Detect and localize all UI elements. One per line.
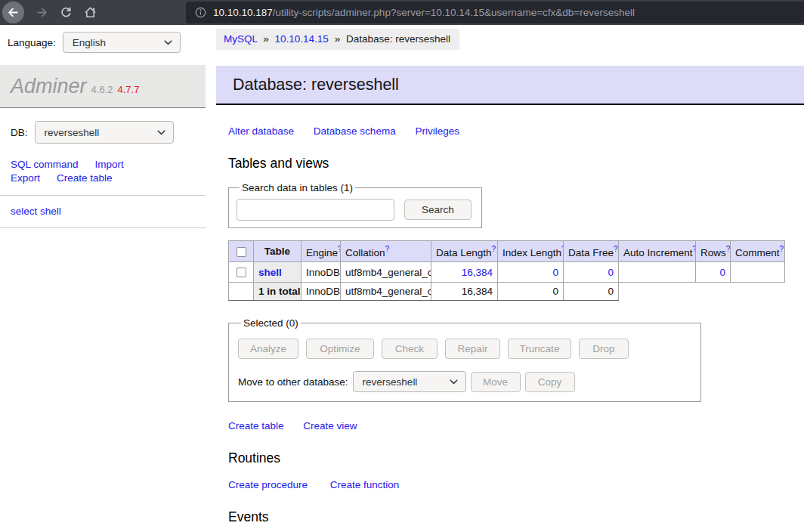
totals-row: 1 in total InnoDB utf8mb4_general_ci 16,… bbox=[229, 283, 785, 301]
selected-legend: Selected (0) bbox=[241, 317, 301, 329]
repair-button[interactable]: Repair bbox=[445, 339, 500, 359]
help-link[interactable]: ? bbox=[492, 245, 496, 253]
privileges-link[interactable]: Privileges bbox=[415, 125, 459, 137]
totals-label: 1 in total bbox=[254, 283, 302, 301]
app-name: Adminer bbox=[11, 75, 87, 97]
create-procedure-link[interactable]: Create procedure bbox=[228, 479, 308, 490]
help-link[interactable]: ? bbox=[614, 245, 618, 253]
move-db-select-value: reverseshell bbox=[363, 376, 418, 388]
reload-icon bbox=[60, 6, 73, 19]
move-button[interactable]: Move bbox=[471, 372, 521, 392]
optimize-button[interactable]: Optimize bbox=[306, 339, 374, 359]
search-fieldset: Search data in tables (1) Search bbox=[228, 182, 482, 228]
search-button[interactable]: Search bbox=[404, 200, 472, 220]
cell-auto-increment bbox=[619, 262, 696, 283]
back-button[interactable] bbox=[2, 2, 24, 23]
app-version: 4.6.2 bbox=[91, 84, 113, 95]
new-version-link[interactable]: 4.7.7 bbox=[117, 84, 139, 95]
breadcrumb: MySQL » 10.10.14.15 » Database: reverses… bbox=[216, 29, 459, 50]
events-heading: Events bbox=[228, 509, 804, 525]
tables-table: Table Engine? Collation? Data Length? In… bbox=[228, 240, 785, 301]
chevron-down-icon bbox=[450, 379, 458, 385]
forward-button[interactable] bbox=[36, 6, 48, 19]
url-text: 10.10.10.187/utility-scripts/adminer.php… bbox=[213, 7, 635, 18]
totals-engine: InnoDB bbox=[302, 283, 341, 301]
language-label: Language: bbox=[8, 37, 56, 48]
tables-heading: Tables and views bbox=[228, 156, 804, 172]
sidebar-item-sql-command[interactable]: SQL command bbox=[11, 159, 79, 170]
search-legend: Search data in tables (1) bbox=[240, 182, 355, 193]
database-actions: Alter database Database schema Privilege… bbox=[228, 125, 804, 137]
cell-comment bbox=[731, 262, 785, 283]
drop-button[interactable]: Drop bbox=[579, 339, 629, 359]
browser-toolbar: 10.10.10.187/utility-scripts/adminer.php… bbox=[0, 0, 804, 25]
help-link[interactable]: ? bbox=[338, 245, 340, 253]
analyze-button[interactable]: Analyze bbox=[238, 339, 298, 359]
column-header-data-length: Data Length? bbox=[431, 241, 498, 262]
help-link[interactable]: ? bbox=[693, 245, 696, 253]
alter-database-link[interactable]: Alter database bbox=[228, 125, 294, 137]
column-header-engine: Engine? bbox=[302, 241, 341, 262]
move-db-select[interactable]: reverseshell bbox=[353, 371, 466, 392]
cell-engine: InnoDB bbox=[302, 262, 341, 283]
sidebar-item-import[interactable]: Import bbox=[95, 159, 124, 170]
breadcrumb-mysql-link[interactable]: MySQL bbox=[224, 33, 258, 45]
table-header-row: Table Engine? Collation? Data Length? In… bbox=[229, 241, 785, 262]
routines-links: Create procedure Create function bbox=[228, 479, 804, 490]
db-label: DB: bbox=[11, 127, 28, 138]
select-all-checkbox[interactable] bbox=[237, 247, 246, 257]
chevron-down-icon bbox=[157, 130, 165, 135]
selected-fieldset: Selected (0) Analyze Optimize Check Repa… bbox=[228, 317, 701, 402]
table-name-link[interactable]: shell bbox=[258, 267, 282, 278]
check-button[interactable]: Check bbox=[382, 339, 438, 359]
totals-collation: utf8mb4_general_ci bbox=[341, 283, 431, 301]
sidebar-divider bbox=[0, 227, 206, 228]
truncate-button[interactable]: Truncate bbox=[508, 339, 571, 359]
breadcrumb-separator: » bbox=[335, 33, 341, 45]
create-view-link[interactable]: Create view bbox=[303, 420, 357, 431]
page-title: Database: reverseshell bbox=[216, 66, 804, 105]
column-header-data-free: Data Free? bbox=[564, 241, 619, 262]
info-icon[interactable] bbox=[195, 7, 206, 18]
language-select-value: English bbox=[73, 37, 106, 48]
row-checkbox[interactable] bbox=[237, 268, 246, 277]
database-schema-link[interactable]: Database schema bbox=[314, 125, 396, 137]
column-header-table: Table bbox=[254, 241, 302, 262]
reload-button[interactable] bbox=[60, 6, 73, 19]
data-free-link[interactable]: 0 bbox=[608, 267, 614, 278]
sidebar-item-export[interactable]: Export bbox=[11, 172, 40, 184]
url-path: /utility-scripts/adminer.php?server=10.1… bbox=[273, 7, 635, 18]
help-link[interactable]: ? bbox=[385, 245, 390, 253]
index-length-link[interactable]: 0 bbox=[552, 267, 558, 278]
create-function-link[interactable]: Create function bbox=[330, 479, 400, 490]
sidebar-menu: SQL commandImport ExportCreate table bbox=[0, 144, 206, 195]
totals-data-free: 0 bbox=[564, 283, 619, 301]
address-bar[interactable]: 10.10.10.187/utility-scripts/adminer.php… bbox=[186, 2, 804, 23]
main-content: MySQL » 10.10.14.15 » Database: reverses… bbox=[216, 25, 804, 532]
language-select[interactable]: English bbox=[63, 32, 181, 53]
chevron-down-icon bbox=[164, 40, 172, 45]
totals-index-length: 0 bbox=[498, 283, 564, 301]
routines-heading: Routines bbox=[228, 450, 804, 466]
sidebar: Language: English Adminer4.6.24.7.7 DB: … bbox=[0, 25, 206, 228]
column-header-rows: Rows? bbox=[696, 241, 731, 262]
breadcrumb-separator: » bbox=[263, 33, 269, 45]
home-button[interactable] bbox=[84, 6, 97, 19]
help-link[interactable]: ? bbox=[726, 245, 731, 253]
db-select[interactable]: reverseshell bbox=[35, 121, 174, 144]
search-input[interactable] bbox=[237, 199, 394, 221]
help-link[interactable]: ? bbox=[780, 245, 784, 253]
data-length-link[interactable]: 16,384 bbox=[462, 267, 493, 278]
table-create-links: Create table Create view bbox=[228, 420, 804, 431]
forward-icon bbox=[36, 6, 48, 19]
cell-collation: utf8mb4_general_ci bbox=[341, 262, 431, 283]
rows-count-link[interactable]: 0 bbox=[719, 267, 725, 278]
column-header-collation: Collation? bbox=[341, 241, 431, 262]
sidebar-item-select-shell[interactable]: select shell bbox=[11, 206, 61, 217]
create-table-link[interactable]: Create table bbox=[228, 420, 284, 431]
column-header-index-length: Index Length? bbox=[498, 241, 564, 262]
breadcrumb-server-link[interactable]: 10.10.14.15 bbox=[275, 33, 329, 45]
adminer-banner: Adminer4.6.24.7.7 bbox=[0, 65, 206, 108]
sidebar-item-create-table[interactable]: Create table bbox=[57, 172, 113, 184]
copy-button[interactable]: Copy bbox=[525, 372, 575, 392]
